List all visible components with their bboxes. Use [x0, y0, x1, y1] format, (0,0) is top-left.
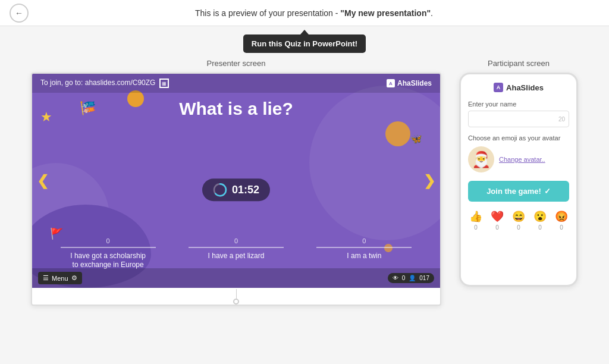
- menu-button[interactable]: ☰ Menu ⚙: [38, 272, 82, 284]
- eye-icon: 👁: [393, 275, 398, 281]
- top-bar: ← This is a preview of your presentation…: [0, 0, 609, 26]
- p-logo-icon: A: [494, 83, 503, 92]
- avatar-display: 🎅: [468, 146, 494, 172]
- laugh-emoji: 😄: [512, 210, 525, 223]
- answer-text-1: I have a pet lizard: [208, 252, 265, 261]
- avatar-label: Choose an emoji as your avatar: [468, 134, 569, 142]
- angry-emoji: 😡: [555, 210, 568, 223]
- reaction-heart[interactable]: ❤️ 0: [491, 210, 504, 231]
- ahaslides-logo: A AhaSlides: [387, 79, 432, 87]
- answer-text-0: I have got a scholarshipto exchange in E…: [70, 252, 146, 270]
- answer-line-2: [316, 247, 412, 248]
- orange-circle-2: [385, 121, 410, 146]
- wow-count: 0: [538, 224, 542, 231]
- reaction-thumbsup[interactable]: 👍 0: [469, 210, 482, 231]
- avatar-row: 🎅 Change avatar..: [468, 146, 569, 172]
- presenter-screen: ★ 🚩 🎏 🦋 To join, go to: ahaslides.com/C9…: [31, 73, 441, 306]
- answer-item-1: 0 I have a pet lizard: [189, 237, 284, 270]
- input-count: 20: [558, 116, 565, 123]
- thumbsup-count: 0: [474, 224, 478, 231]
- prev-arrow[interactable]: ❮: [37, 172, 49, 189]
- answer-count-2: 0: [362, 237, 366, 244]
- presenter-label: Presenter screen: [207, 59, 266, 68]
- qr-icon: ▦: [159, 79, 169, 88]
- projector-stand: [32, 289, 440, 305]
- heart-count: 0: [495, 224, 499, 231]
- timer-ring-svg: [213, 183, 227, 197]
- name-label: Enter your name: [468, 101, 569, 108]
- reaction-wow[interactable]: 😮 0: [533, 210, 547, 231]
- name-input[interactable]: 20: [468, 111, 569, 127]
- tooltip-wrapper: Run this Quiz in PowerPoint!: [243, 34, 366, 53]
- answer-text-2: I am a twin: [347, 252, 381, 261]
- thumbsup-emoji: 👍: [469, 210, 482, 223]
- settings-icon: ⚙: [71, 274, 77, 282]
- timer-display: 01:52: [202, 178, 270, 201]
- player-count: 017: [419, 275, 429, 281]
- change-avatar-link[interactable]: Change avatar..: [499, 156, 545, 163]
- answer-count-0: 0: [106, 237, 110, 244]
- join-bar: To join, go to: ahaslides.com/C90ZG ▦ A …: [32, 74, 440, 93]
- viewer-count: 👁 0 👤 017: [388, 273, 434, 283]
- participant-label: Participant screen: [488, 59, 550, 68]
- p-logo-text: AhaSlides: [506, 83, 544, 92]
- join-game-button[interactable]: Join the game! ✓: [468, 181, 569, 202]
- answer-item-2: 0 I am a twin: [316, 237, 412, 270]
- tooltip-arrow: [300, 30, 309, 34]
- butterfly-deco: 🦋: [410, 133, 422, 145]
- menu-label: Menu: [52, 275, 68, 282]
- presenter-section: Presenter screen ★ 🚩 🎏 🦋: [31, 59, 441, 306]
- participant-screen: A AhaSlides Enter your name 20 Choose an…: [459, 73, 578, 287]
- presenter-bottom-bar: ☰ Menu ⚙ 👁 0 👤 017: [32, 268, 440, 288]
- preview-text: This is a preview of your presentation -…: [29, 8, 599, 18]
- menu-icon: ☰: [43, 274, 49, 282]
- heart-emoji: ❤️: [491, 210, 504, 223]
- stand-circle: [233, 299, 239, 305]
- reaction-angry[interactable]: 😡 0: [555, 210, 568, 231]
- back-button[interactable]: ←: [10, 4, 29, 23]
- answer-item-0: 0 I have got a scholarshipto exchange in…: [61, 237, 156, 270]
- join-text: To join, go to: ahaslides.com/C90ZG ▦: [40, 79, 169, 88]
- presenter-inner: ★ 🚩 🎏 🦋 To join, go to: ahaslides.com/C9…: [32, 74, 440, 288]
- answer-count-1: 0: [234, 237, 238, 244]
- participant-logo: A AhaSlides: [468, 83, 569, 92]
- angry-count: 0: [560, 224, 563, 231]
- next-arrow[interactable]: ❯: [423, 172, 435, 189]
- eye-count: 0: [402, 275, 406, 281]
- question-title: What is a lie?: [32, 99, 440, 119]
- answer-line-1: [189, 247, 284, 248]
- answers-bar: 0 I have got a scholarshipto exchange in…: [32, 237, 440, 270]
- logo-icon: A: [387, 79, 395, 87]
- powerpoint-button[interactable]: Run this Quiz in PowerPoint!: [243, 34, 366, 53]
- main-content: Run this Quiz in PowerPoint! Presenter s…: [0, 26, 609, 312]
- participant-section: Participant screen A AhaSlides Enter you…: [459, 59, 578, 287]
- person-icon: 👤: [409, 275, 416, 281]
- reactions-row: 👍 0 ❤️ 0 😄 0 😮 0: [468, 210, 569, 231]
- checkmark-icon: ✓: [544, 187, 551, 196]
- screens-row: Presenter screen ★ 🚩 🎏 🦋: [12, 59, 597, 306]
- wow-emoji: 😮: [533, 210, 547, 223]
- laugh-count: 0: [517, 224, 520, 231]
- answer-line-0: [61, 247, 156, 248]
- stand-line: [236, 289, 237, 299]
- reaction-laugh[interactable]: 😄 0: [512, 210, 525, 231]
